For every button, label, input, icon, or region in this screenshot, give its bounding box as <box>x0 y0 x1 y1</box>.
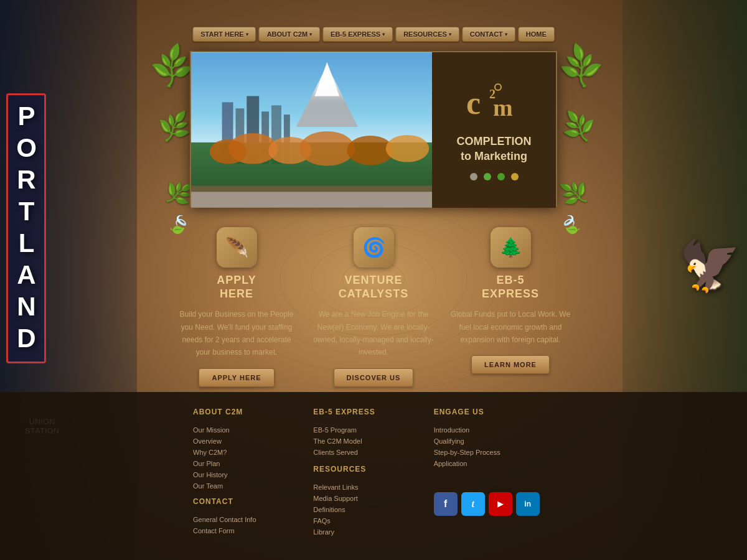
card-apply-icon-wrapper: 🪶 <box>217 227 257 268</box>
footer-col-about: ABOUT C2M Our Mission Overview Why C2M? … <box>193 408 313 544</box>
footer-link-clients-served[interactable]: Clients Served <box>313 449 421 456</box>
hero-tagline: COMPLETION to Marketing <box>457 134 532 164</box>
nav-home[interactable]: HOME <box>518 27 555 42</box>
card-venture-title: VENTURE CATALYSTS <box>311 274 436 301</box>
nav-about-c2m[interactable]: ABOUT C2M ▾ <box>259 27 320 42</box>
site-footer: ABOUT C2M Our Mission Overview Why C2M? … <box>0 392 747 560</box>
fern-decoration-mid-right: 🌿 <box>561 110 596 144</box>
footer-heading-engage: ENGAGE US <box>434 408 542 419</box>
content-cards: 🪶 APPLY HERE Build your Business on the … <box>174 227 573 387</box>
nav-about-arrow: ▾ <box>309 32 312 37</box>
hero-section: c 2 m COMPLETION to Marketing <box>190 51 557 207</box>
nav-contact-arrow: ▾ <box>505 32 507 37</box>
footer-link-faqs[interactable]: FAQs <box>313 517 421 525</box>
nav-eb5-arrow: ▾ <box>382 32 385 37</box>
footer-heading-about: ABOUT C2M <box>193 408 301 419</box>
nav-resources-arrow: ▾ <box>449 32 451 37</box>
feather-icon: 🪶 <box>225 236 248 258</box>
footer-link-contact-form[interactable]: Contact Form <box>193 527 301 534</box>
footer-link-history[interactable]: Our History <box>193 471 301 478</box>
footer-link-application[interactable]: Application <box>434 460 542 467</box>
footer-heading-eb5: EB-5 EXPRESS <box>313 408 421 419</box>
footer-link-our-plan[interactable]: Our Plan <box>193 460 301 467</box>
footer-link-c2m-model[interactable]: The C2M Model <box>313 437 421 445</box>
slider-dots <box>470 173 519 180</box>
fern-decoration-mid-left: 🌿 <box>156 110 192 144</box>
footer-heading-resources: RESOURCES <box>313 465 421 476</box>
eagle-decoration: 🦅 <box>679 236 741 295</box>
footer-link-eb5-program[interactable]: EB-5 Program <box>313 426 421 434</box>
nav-start-here[interactable]: START HERE ▾ <box>192 27 256 42</box>
facebook-icon[interactable]: f <box>434 492 458 516</box>
nav-resources[interactable]: RESOURCES ▾ <box>395 27 459 42</box>
footer-col-engage: ENGAGE US Introduction Qualifying Step-b… <box>434 408 554 544</box>
apply-here-button[interactable]: APPLY HERE <box>199 368 274 387</box>
footer-link-why-c2m[interactable]: Why C2M? <box>193 449 301 456</box>
linkedin-icon[interactable]: in <box>516 492 540 516</box>
nav-eb5-express[interactable]: EB-5 EXPRESS ▾ <box>322 27 393 42</box>
pinecone-icon: 🌲 <box>499 236 522 258</box>
footer-link-definitions[interactable]: Definitions <box>313 506 421 513</box>
svg-point-23 <box>299 131 355 166</box>
social-icons-group: f t ▶ in <box>434 492 542 516</box>
youtube-icon[interactable]: ▶ <box>489 492 512 516</box>
slider-dot-2[interactable] <box>484 173 491 180</box>
card-venture-catalysts: 🌀 VENTURE CATALYSTS We are a New Job Eng… <box>311 227 436 387</box>
card-venture-desc: We are a New Job Engine for the New(er) … <box>311 308 436 359</box>
footer-heading-contact: CONTACT <box>193 497 301 508</box>
slider-dot-4[interactable] <box>511 173 519 180</box>
card-eb5-express: 🌲 EB-5 EXPRESS Global Funds put to Local… <box>448 227 573 387</box>
footer-link-team[interactable]: Our Team <box>193 482 301 490</box>
card-apply-desc: Build your Business on the People you Ne… <box>174 308 299 359</box>
footer-link-mission[interactable]: Our Mission <box>193 426 301 434</box>
c2m-logo-svg: c 2 m <box>463 80 525 123</box>
tumblr-icon[interactable]: t <box>461 492 485 516</box>
svg-point-22 <box>210 139 247 164</box>
footer-link-step-process[interactable]: Step-by-Step Process <box>434 449 542 456</box>
svg-point-25 <box>386 135 429 162</box>
footer-link-media-support[interactable]: Media Support <box>313 495 421 502</box>
svg-point-30 <box>495 84 501 90</box>
footer-col-eb5: EB-5 EXPRESS EB-5 Program The C2M Model … <box>313 408 433 544</box>
footer-link-relevant-links[interactable]: Relevant Links <box>313 483 421 491</box>
hero-city-skyline <box>191 52 432 208</box>
portland-sign: PORTLAND <box>6 93 46 363</box>
slider-dot-1[interactable] <box>470 173 477 180</box>
card-eb5-desc: Global Funds put to Local Work. We fuel … <box>448 308 573 346</box>
card-eb5-icon-wrapper: 🌲 <box>491 227 531 268</box>
footer-link-contact-info[interactable]: General Contact Info <box>193 516 301 523</box>
card-eb5-title: EB-5 EXPRESS <box>448 274 573 301</box>
main-navigation: START HERE ▾ ABOUT C2M ▾ EB-5 EXPRESS ▾ … <box>192 27 555 42</box>
card-apply-title: APPLY HERE <box>174 274 299 301</box>
learn-more-button[interactable]: LEARN MORE <box>471 355 550 374</box>
card-venture-icon-wrapper: 🌀 <box>354 227 394 268</box>
svg-rect-26 <box>191 185 432 207</box>
nav-start-here-arrow: ▾ <box>246 32 248 37</box>
svg-text:c: c <box>466 85 481 121</box>
hero-brand-panel: c 2 m COMPLETION to Marketing <box>432 52 556 208</box>
footer-link-overview[interactable]: Overview <box>193 437 301 445</box>
footer-link-introduction[interactable]: Introduction <box>434 426 542 434</box>
footer-link-qualifying[interactable]: Qualifying <box>434 437 542 445</box>
spiral-icon: 🌀 <box>362 236 385 258</box>
footer-link-library[interactable]: Library <box>313 528 421 536</box>
card-apply-here: 🪶 APPLY HERE Build your Business on the … <box>174 227 299 387</box>
discover-us-button[interactable]: DISCOVER US <box>334 368 414 387</box>
svg-text:m: m <box>493 95 513 121</box>
nav-contact[interactable]: CONTACT ▾ <box>462 27 515 42</box>
hero-image <box>191 52 432 208</box>
slider-dot-3[interactable] <box>497 173 505 180</box>
